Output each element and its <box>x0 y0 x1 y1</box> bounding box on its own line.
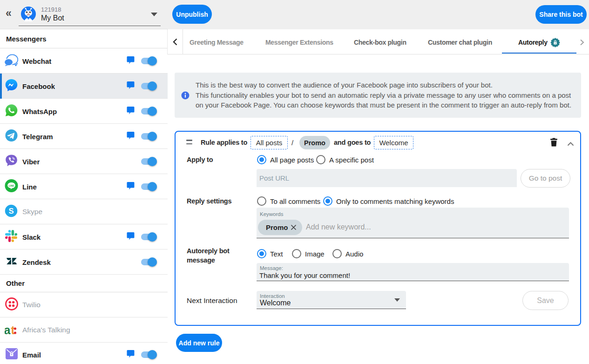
svg-text:LINE: LINE <box>9 184 14 187</box>
svg-text:a: a <box>5 323 11 336</box>
svg-text:S: S <box>8 207 14 216</box>
